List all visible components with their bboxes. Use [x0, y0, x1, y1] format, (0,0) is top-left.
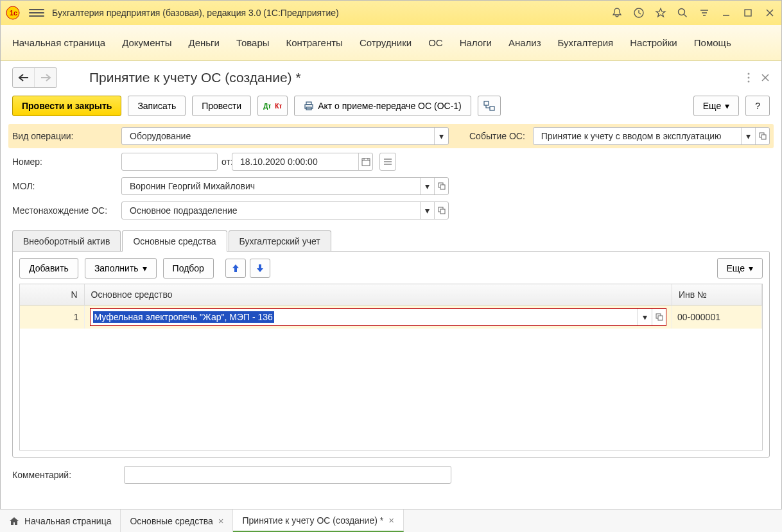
nav-buttons: [12, 67, 57, 88]
dtkt-button[interactable]: ДтКт: [257, 96, 288, 116]
menu-home[interactable]: Начальная страница: [12, 37, 105, 48]
app-logo-icon: 1c: [6, 6, 24, 20]
move-down-button[interactable]: [250, 259, 270, 278]
menu-money[interactable]: Деньги: [188, 37, 219, 48]
filter-icon[interactable]: [698, 6, 711, 19]
menu-os[interactable]: ОС: [428, 37, 443, 48]
post-and-close-button[interactable]: Провести и закрыть: [12, 96, 121, 116]
event-label: Событие ОС:: [469, 131, 525, 141]
location-label: Местонахождение ОС:: [12, 205, 117, 216]
mol-combo[interactable]: Воронин Георгий Михайлович ▾: [121, 177, 449, 195]
menu-taxes[interactable]: Налоги: [460, 37, 492, 48]
svg-rect-14: [761, 135, 766, 139]
cell-asset-value: Муфельная электропечь "Жар", МЭП - 136: [93, 311, 274, 323]
close-window-icon[interactable]: [763, 6, 776, 19]
tab-content: Добавить Заполнить ▾ Подбор Еще ▾ N Осно…: [12, 251, 770, 458]
close-icon[interactable]: ×: [388, 515, 394, 526]
svg-rect-11: [484, 101, 489, 105]
close-icon[interactable]: ×: [218, 515, 224, 526]
date-input[interactable]: 18.10.2020 0:00:00: [232, 153, 373, 171]
location-combo[interactable]: Основное подразделение ▾: [121, 202, 449, 219]
svg-rect-9: [306, 102, 311, 105]
chevron-down-icon[interactable]: ▾: [434, 128, 448, 144]
bottom-tab-current[interactable]: Принятие к учету ОС (создание) * ×: [233, 510, 404, 532]
select-button[interactable]: Подбор: [163, 258, 214, 279]
bottom-tabs: Начальная страница Основные средства × П…: [0, 509, 782, 532]
minimize-icon[interactable]: [720, 6, 733, 19]
open-ref-icon[interactable]: [755, 128, 769, 144]
open-ref-icon[interactable]: [652, 309, 666, 325]
hamburger-icon[interactable]: [29, 5, 44, 21]
close-form-icon[interactable]: [761, 73, 770, 82]
col-n-header[interactable]: N: [20, 284, 84, 305]
tab-nonrevolving[interactable]: Внеоборотный актив: [12, 230, 121, 252]
tabs: Внеоборотный актив Основные средства Бух…: [12, 230, 770, 252]
operation-row: Вид операции: Оборудование ▾ Событие ОС:…: [8, 124, 774, 148]
form-toolbar: Провести и закрыть Записать Провести ДтК…: [1, 92, 781, 120]
location-value: Основное подразделение: [126, 205, 420, 216]
comment-input[interactable]: [124, 466, 451, 484]
calendar-icon[interactable]: [358, 153, 372, 170]
chevron-down-icon[interactable]: ▾: [420, 178, 434, 194]
post-button[interactable]: Провести: [192, 96, 251, 116]
cell-asset[interactable]: Муфельная электропечь "Жар", МЭП - 136 ▾: [84, 305, 672, 329]
chevron-down-icon: ▾: [749, 263, 753, 273]
menu-settings[interactable]: Настройки: [630, 37, 677, 48]
menu-accounting[interactable]: Бухгалтерия: [558, 37, 614, 48]
open-ref-icon[interactable]: [434, 178, 448, 194]
mol-row: МОЛ: Воронин Георгий Михайлович ▾: [12, 174, 770, 198]
number-row: Номер: от: 18.10.2020 0:00:00: [12, 150, 770, 174]
comment-row: Комментарий:: [1, 458, 781, 492]
operation-label: Вид операции:: [12, 131, 117, 141]
svg-rect-15: [362, 159, 370, 166]
star-icon[interactable]: [654, 6, 667, 19]
chevron-down-icon: ▾: [143, 263, 147, 273]
add-button[interactable]: Добавить: [19, 258, 78, 279]
cell-n: 1: [20, 305, 84, 329]
event-combo[interactable]: Принятие к учету с вводом в эксплуатацию…: [533, 127, 770, 145]
menu-employees[interactable]: Сотрудники: [360, 37, 412, 48]
move-up-button[interactable]: [225, 259, 246, 278]
home-icon: [9, 517, 19, 526]
col-inv-header[interactable]: Инв №: [672, 284, 762, 305]
open-ref-icon[interactable]: [434, 202, 448, 219]
tab-fixed-assets[interactable]: Основные средства: [122, 230, 227, 252]
col-asset-header[interactable]: Основное средство: [84, 284, 672, 305]
search-icon[interactable]: [676, 6, 689, 19]
more-button[interactable]: Еще ▾: [693, 96, 740, 116]
kebab-icon[interactable]: [747, 72, 751, 83]
fill-button[interactable]: Заполнить ▾: [85, 258, 157, 279]
tab-accounting[interactable]: Бухгалтерский учет: [229, 230, 331, 252]
chevron-down-icon: ▾: [725, 101, 729, 111]
bell-icon[interactable]: [611, 6, 623, 19]
history-icon[interactable]: [632, 6, 645, 19]
nav-forward-button[interactable]: [35, 68, 56, 87]
menu-help[interactable]: Помощь: [694, 37, 731, 48]
chevron-down-icon[interactable]: ▾: [741, 128, 755, 144]
tab-more-button[interactable]: Еще ▾: [717, 258, 763, 279]
form-header: Принятие к учету ОС (создание) *: [1, 61, 781, 92]
related-docs-button[interactable]: [478, 96, 501, 116]
list-icon[interactable]: [379, 153, 396, 171]
print-act-button[interactable]: Акт о приеме-передаче ОС (ОС-1): [294, 96, 471, 116]
maximize-icon[interactable]: [742, 6, 754, 19]
menu-documents[interactable]: Документы: [122, 37, 171, 48]
table-row[interactable]: 1 Муфельная электропечь "Жар", МЭП - 136…: [20, 305, 762, 329]
save-button[interactable]: Записать: [128, 96, 186, 116]
bottom-tab-assets[interactable]: Основные средства ×: [121, 510, 233, 532]
svg-text:1c: 1c: [10, 9, 17, 17]
chevron-down-icon[interactable]: ▾: [420, 202, 434, 219]
menu-counterparties[interactable]: Контрагенты: [286, 37, 343, 48]
operation-value: Оборудование: [126, 131, 434, 141]
cell-inv: 00-000001: [672, 305, 762, 329]
bottom-tab-home[interactable]: Начальная страница: [0, 510, 121, 532]
help-button[interactable]: ?: [745, 96, 770, 116]
menu-goods[interactable]: Товары: [236, 37, 270, 48]
operation-combo[interactable]: Оборудование ▾: [121, 127, 449, 145]
chevron-down-icon[interactable]: ▾: [638, 309, 652, 325]
menu-analysis[interactable]: Анализ: [508, 37, 541, 48]
nav-back-button[interactable]: [13, 68, 35, 87]
number-input[interactable]: [121, 153, 218, 171]
main-menu: Начальная страница Документы Деньги Това…: [1, 25, 781, 61]
window-title: Бухгалтерия предприятия (базовая), редак…: [52, 8, 611, 18]
